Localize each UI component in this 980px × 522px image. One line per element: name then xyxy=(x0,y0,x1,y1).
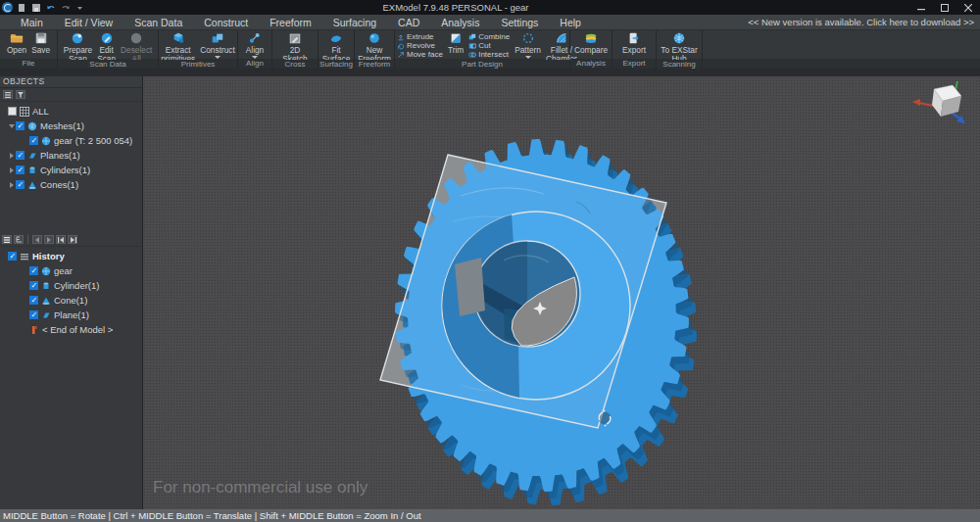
tree-row-cylinders[interactable]: Cylinders(1) xyxy=(0,163,142,177)
objects-panel-toolbar xyxy=(0,88,142,102)
checkbox[interactable] xyxy=(8,252,17,261)
history-list-view-icon[interactable] xyxy=(2,235,12,244)
cone-icon xyxy=(27,180,37,190)
tree-label: History xyxy=(32,251,65,261)
menu-help[interactable]: Help xyxy=(549,15,592,30)
tree-label: Meshes(1) xyxy=(40,120,84,131)
construct-button[interactable]: Construct xyxy=(198,31,237,59)
chevron-right-icon[interactable] xyxy=(8,153,16,159)
end-marker-icon xyxy=(29,325,39,335)
viewport-canvas xyxy=(143,76,980,509)
ribbon-group-label: Surfacing xyxy=(318,60,354,69)
menu-freeform[interactable]: Freeform xyxy=(259,15,322,30)
2d-sketch-button[interactable]: 2D Sketch xyxy=(280,31,309,63)
extrude-button[interactable]: Extrude xyxy=(397,33,443,41)
objects-list-view-icon[interactable] xyxy=(3,90,13,99)
menu-edit-view[interactable]: Edit / View xyxy=(54,15,123,30)
checkbox[interactable] xyxy=(16,151,24,160)
chevron-right-icon[interactable] xyxy=(8,182,16,188)
menu-construct[interactable]: Construct xyxy=(193,15,259,30)
checkbox[interactable] xyxy=(16,121,24,130)
tree-label: Cone(1) xyxy=(54,295,87,306)
ribbon-group-label: Scanning xyxy=(657,60,702,69)
checkbox[interactable] xyxy=(16,166,24,174)
history-skip-start-icon[interactable] xyxy=(56,235,66,244)
plane-notch-patch xyxy=(455,258,485,316)
checkbox[interactable] xyxy=(16,180,24,189)
history-root-row[interactable]: History xyxy=(0,249,142,263)
minimize-button[interactable] xyxy=(909,0,933,15)
move-face-button[interactable]: Move face xyxy=(397,51,443,59)
tree-row-gear[interactable]: gear (T: 2 500 054) xyxy=(0,133,142,148)
menu-cad[interactable]: CAD xyxy=(387,15,430,30)
ribbon-group-label: Scan Data xyxy=(58,60,158,69)
tree-row-all[interactable]: ALL xyxy=(0,104,142,119)
axis-x-arrow xyxy=(912,99,920,106)
update-notice-link[interactable]: << New version is available. Click here … xyxy=(748,17,974,27)
pattern-icon xyxy=(521,31,535,45)
history-row-gear[interactable]: gear xyxy=(0,263,142,278)
align-icon xyxy=(248,31,262,45)
export-icon xyxy=(627,31,641,45)
viewport-3d[interactable]: For non-commercial use only xyxy=(143,76,980,509)
fit-surface-button[interactable]: Fit Surface xyxy=(320,31,353,63)
intersect-button[interactable]: Intersect xyxy=(468,51,510,59)
extract-primitives-button[interactable]: Extract primitives xyxy=(159,31,197,63)
checkbox[interactable] xyxy=(29,296,38,305)
history-step-back-icon[interactable] xyxy=(32,235,42,244)
menu-surfacing[interactable]: Surfacing xyxy=(322,15,387,30)
cut-button[interactable]: Cut xyxy=(468,42,510,50)
align-button[interactable]: Align xyxy=(244,31,266,59)
history-row-end-of-model[interactable]: < End of Model > xyxy=(0,322,142,337)
checkbox[interactable] xyxy=(29,310,38,319)
history-row-cone[interactable]: Cone(1) xyxy=(0,293,142,308)
compare-button[interactable]: Compare xyxy=(572,31,610,55)
objects-filter-icon[interactable] xyxy=(16,90,25,99)
ribbon-group-scanning: To EXStar Hub Scanning xyxy=(657,30,703,69)
new-freeform-button[interactable]: New Freeform xyxy=(356,31,393,63)
tree-row-cones[interactable]: Cones(1) xyxy=(0,177,142,192)
chevron-down-icon xyxy=(525,56,531,59)
close-button[interactable] xyxy=(956,0,980,15)
tree-row-planes[interactable]: Planes(1) xyxy=(0,148,142,163)
checkbox[interactable] xyxy=(29,136,38,145)
checkbox[interactable] xyxy=(29,281,38,290)
history-tree-view-icon[interactable] xyxy=(14,235,24,244)
chevron-down-icon[interactable] xyxy=(8,124,16,128)
history-skip-end-icon[interactable] xyxy=(68,235,77,244)
trim-button[interactable]: Trim xyxy=(446,31,466,55)
menu-settings[interactable]: Settings xyxy=(490,15,549,30)
chevron-down-icon xyxy=(252,56,258,59)
revolve-button[interactable]: Revolve xyxy=(397,42,443,50)
ribbon-group-surfacing: Fit Surface Surfacing xyxy=(318,30,355,69)
move-face-icon xyxy=(397,51,405,59)
status-bar: MIDDLE Button = Rotate | Ctrl + MIDDLE B… xyxy=(0,509,980,522)
ribbon-group-label: Analysis xyxy=(570,59,612,69)
view-cube[interactable] xyxy=(912,81,965,123)
menu-main[interactable]: Main xyxy=(10,15,54,30)
checkbox[interactable] xyxy=(8,107,17,116)
tree-row-meshes[interactable]: Meshes(1) xyxy=(0,119,142,133)
edit-scan-button[interactable]: Edit Scan xyxy=(95,31,118,63)
to-exstar-hub-button[interactable]: To EXStar Hub xyxy=(659,31,699,63)
ribbon-group-export-model: Export Export Model xyxy=(612,30,657,69)
ribbon-group-label: File xyxy=(0,59,57,69)
menu-analysis[interactable]: Analysis xyxy=(430,15,490,30)
revolve-icon xyxy=(397,42,405,50)
export-button[interactable]: Export xyxy=(620,31,648,55)
open-button[interactable]: Open xyxy=(5,31,28,55)
prepare-scan-button[interactable]: Prepare Scan xyxy=(62,31,95,63)
history-row-plane[interactable]: Plane(1) xyxy=(0,308,142,322)
history-step-forward-icon[interactable] xyxy=(44,235,54,244)
save-button[interactable]: Save xyxy=(29,31,52,55)
deselect-all-button[interactable]: Deselect All xyxy=(119,31,154,63)
tree-label: gear xyxy=(54,265,73,276)
history-row-cylinder[interactable]: Cylinder(1) xyxy=(0,278,142,293)
ribbon-group-align: Align Align xyxy=(238,30,272,69)
menu-scan-data[interactable]: Scan Data xyxy=(123,15,193,30)
maximize-button[interactable] xyxy=(933,0,956,15)
combine-button[interactable]: Combine xyxy=(468,33,510,41)
pattern-button[interactable]: Pattern xyxy=(513,31,543,59)
chevron-right-icon[interactable] xyxy=(8,167,16,173)
checkbox[interactable] xyxy=(29,266,38,275)
